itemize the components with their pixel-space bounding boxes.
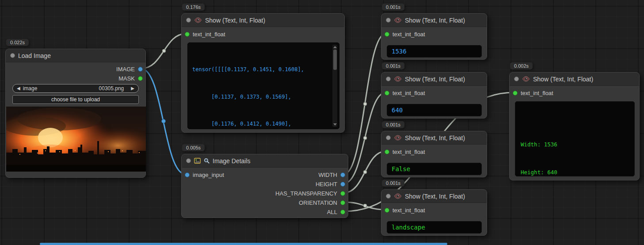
slot-label: text_int_float [392, 149, 425, 155]
slot-label: WIDTH [318, 172, 337, 178]
slot-label: IMAGE [116, 66, 135, 73]
transparency-value[interactable]: False [387, 163, 482, 175]
slot-dot[interactable] [340, 191, 345, 196]
tensor-line: [0.1137, 0.1373, 0.1569], [192, 92, 330, 102]
node-graph-canvas[interactable]: 0.022s Load Image IMAGE MASK ◀ image 003… [0, 0, 644, 245]
node-titlebar[interactable]: Show (Text, Int, Float) [381, 73, 487, 86]
link-midpoint-dot [363, 136, 367, 140]
output-slot-orientation[interactable]: ORIENTATION [299, 199, 345, 206]
node-titlebar[interactable]: Show (Text, Int, Float) [381, 14, 487, 27]
width-value[interactable]: 1536 [387, 45, 482, 57]
node-title: Show (Text, Int, Float) [405, 17, 465, 24]
height-value[interactable]: 640 [387, 104, 482, 116]
slot-label: text_int_float [193, 31, 225, 38]
slot-dot[interactable] [385, 91, 389, 96]
slot-dot[interactable] [385, 149, 389, 154]
output-slot-has-transparency[interactable]: HAS_TRANSPARENCY [275, 190, 345, 197]
node-load-image[interactable]: 0.022s Load Image IMAGE MASK ◀ image 003… [5, 49, 146, 178]
node-titlebar[interactable]: Show (Text, Int, Float) [381, 190, 487, 203]
slot-dot[interactable] [385, 208, 389, 213]
slot-label: text_int_float [392, 90, 425, 96]
slot-label: text_int_float [392, 207, 425, 214]
node-titlebar[interactable]: Show (Text, Int, Float) [381, 131, 487, 145]
slot-dot[interactable] [513, 91, 518, 96]
node-show-orientation[interactable]: 0.001s Show (Text, Int, Float) text_int_… [381, 189, 487, 236]
slot-label: text_int_float [392, 31, 425, 38]
node-show-width[interactable]: 0.001s Show (Text, Int, Float) text_int_… [381, 13, 487, 60]
slot-dot[interactable] [340, 210, 345, 214]
slot-dot-mask[interactable] [138, 76, 143, 81]
node-status-dot [386, 77, 391, 81]
slot-label: HAS_TRANSPARENCY [275, 190, 337, 197]
node-title: Show (Text, Int, Float) [533, 76, 593, 83]
combo-value: 00305.png [99, 85, 124, 92]
node-titlebar[interactable]: Image Details [182, 154, 348, 168]
slot-label: text_int_float [521, 90, 553, 96]
node-show-tensor[interactable]: 0.176s Show (Text, Int, Float) text_int_… [181, 13, 345, 133]
execution-time-badge: 0.001s [382, 121, 404, 128]
choose-file-button[interactable]: choose file to upload [12, 95, 139, 104]
execution-time-badge: 0.022s [6, 39, 29, 46]
detail-line: Width: 1536 [521, 140, 629, 149]
node-status-dot [386, 194, 391, 199]
node-title: Show (Text, Int, Float) [405, 134, 465, 142]
input-slot-text-int-float[interactable]: text_int_float [385, 31, 425, 38]
execution-time-badge: 0.002s [510, 62, 533, 69]
details-text-widget[interactable]: Width: 1536 Height: 640 Loaded with tran… [515, 101, 635, 176]
eye-icon [394, 76, 402, 82]
node-titlebar[interactable]: Show (Text, Int, Float) [182, 14, 344, 27]
node-show-transparency[interactable]: 0.001s Show (Text, Int, Float) text_int_… [381, 131, 487, 177]
input-slot-text-int-float[interactable]: text_int_float [513, 89, 553, 96]
link-midpoint-dot [363, 204, 367, 207]
node-titlebar[interactable]: Show (Text, Int, Float) [510, 73, 639, 86]
eye-icon [394, 17, 402, 23]
link-midpoint-dot [162, 49, 166, 53]
execution-time-badge: 0.005s [182, 144, 205, 151]
slot-dot[interactable] [340, 200, 345, 205]
eye-icon [194, 17, 202, 23]
input-slot-text-int-float[interactable]: text_int_float [385, 89, 425, 96]
node-status-dot [386, 18, 391, 23]
scroll-up-icon[interactable] [333, 46, 337, 48]
execution-time-badge: 0.176s [182, 4, 205, 11]
node-image-details[interactable]: 0.005s Image Details image_input WIDTH H… [181, 154, 348, 218]
input-slot-text-int-float[interactable]: text_int_float [385, 148, 425, 155]
output-slot-height[interactable]: HEIGHT [316, 180, 345, 188]
input-slot-image-input[interactable]: image_input [185, 171, 224, 178]
output-slot-all[interactable]: ALL [327, 208, 345, 215]
prev-arrow-icon[interactable]: ◀ [17, 86, 20, 91]
slot-dot[interactable] [340, 172, 345, 177]
node-titlebar[interactable]: Load Image [6, 49, 145, 62]
slot-dot[interactable] [185, 32, 190, 37]
slot-dot[interactable] [340, 182, 345, 187]
tensor-text-widget[interactable]: tensor([[[[0.1137, 0.1451, 0.1608], [0.1… [187, 42, 339, 129]
output-slot-width[interactable]: WIDTH [318, 171, 345, 178]
offscreen-node-top-edge[interactable] [40, 243, 447, 245]
slot-dot[interactable] [385, 32, 389, 37]
link-midpoint-dot [162, 119, 166, 123]
combo-label: image [23, 85, 38, 92]
node-title: Image Details [213, 157, 251, 165]
slot-dot-image[interactable] [138, 67, 143, 72]
scrollbar-thumb[interactable] [333, 50, 337, 70]
node-title: Show (Text, Int, Float) [205, 17, 265, 24]
orientation-value[interactable]: landscape [387, 221, 482, 234]
next-arrow-icon[interactable]: ▶ [131, 86, 134, 91]
input-slot-text-int-float[interactable]: text_int_float [385, 207, 425, 214]
node-status-dot [186, 18, 191, 23]
output-slot-image[interactable]: IMAGE [116, 65, 143, 73]
output-slot-mask[interactable]: MASK [118, 75, 143, 82]
execution-time-badge: 0.001s [382, 62, 404, 69]
node-show-height[interactable]: 0.001s Show (Text, Int, Float) text_int_… [381, 72, 487, 119]
scroll-down-icon[interactable] [333, 123, 337, 126]
image-file-combo[interactable]: ◀ image 00305.png ▶ [12, 84, 139, 93]
node-status-dot [386, 135, 391, 140]
node-title: Load Image [18, 52, 51, 59]
node-status-dot [10, 53, 15, 58]
slot-dot[interactable] [185, 172, 190, 177]
node-status-dot [186, 158, 191, 163]
node-show-all[interactable]: 0.002s Show (Text, Int, Float) text_int_… [509, 72, 640, 180]
magnifier-icon [204, 158, 210, 164]
input-slot-text-int-float[interactable]: text_int_float [185, 31, 225, 38]
scrollbar[interactable] [332, 45, 337, 127]
